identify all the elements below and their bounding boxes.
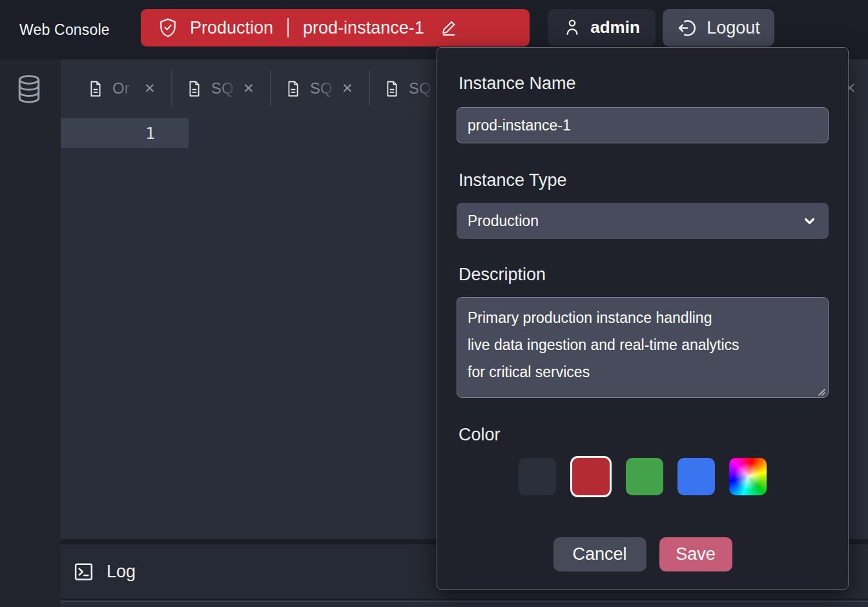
database-icon[interactable]	[16, 74, 43, 107]
instance-type-label: Instance Type	[459, 169, 829, 191]
chevron-down-icon	[802, 214, 817, 229]
color-swatch-rainbow[interactable]	[729, 458, 767, 495]
cancel-button[interactable]: Cancel	[553, 537, 646, 571]
tab-1[interactable]: Or ✕	[74, 59, 172, 118]
file-icon	[385, 80, 399, 98]
editor-active-line-gutter: 1	[61, 118, 189, 148]
terminal-icon	[73, 561, 94, 582]
app-title: Web Console	[19, 0, 110, 59]
instance-name-label: Instance Name	[459, 72, 829, 94]
badge-separator	[287, 18, 289, 37]
description-label: Description	[459, 263, 829, 285]
description-textarea[interactable]: Primary production instance handling liv…	[457, 297, 829, 398]
logout-button[interactable]: Logout	[663, 9, 774, 46]
shield-check-icon	[158, 17, 178, 39]
environment-badge[interactable]: Production prod-instance-1	[141, 9, 530, 46]
instance-name-input[interactable]	[457, 107, 829, 143]
logout-icon	[677, 18, 697, 38]
tab-label: SQ	[409, 79, 439, 98]
sidebar	[0, 59, 61, 607]
log-panel-title: Log	[107, 562, 136, 582]
bottom-status-strip	[61, 601, 868, 607]
user-chip[interactable]: admin	[548, 9, 656, 46]
line-number: 1	[145, 124, 155, 143]
file-icon	[88, 80, 103, 98]
environment-type-label: Production	[190, 18, 273, 38]
dialog-button-row: Cancel Save	[457, 537, 829, 571]
color-swatch-blue[interactable]	[677, 458, 715, 495]
edit-pencil-icon[interactable]	[440, 19, 458, 37]
logout-label: Logout	[707, 18, 760, 38]
color-swatch-default[interactable]	[519, 458, 556, 495]
instance-type-select[interactable]: Production	[457, 203, 829, 239]
color-swatch-green[interactable]	[626, 458, 663, 495]
description-field-wrap: Primary production instance handling liv…	[457, 297, 829, 400]
file-icon	[187, 80, 202, 98]
tab-close-icon[interactable]: ✕	[342, 81, 353, 96]
tab-close-icon[interactable]: ✕	[243, 81, 254, 96]
tab-label: SQ	[310, 79, 340, 98]
color-label: Color	[459, 424, 829, 446]
user-name: admin	[590, 17, 640, 37]
tab-close-icon[interactable]: ✕	[144, 81, 156, 96]
instance-settings-dialog: Instance Name Instance Type Production D…	[437, 47, 849, 590]
instance-name-label: prod-instance-1	[303, 18, 424, 38]
tab-label: SQ	[211, 79, 242, 98]
file-icon	[286, 80, 300, 98]
user-icon	[563, 17, 581, 37]
instance-type-value: Production	[468, 212, 539, 230]
tab-label: Or	[112, 79, 143, 98]
color-swatch-row	[457, 456, 829, 497]
color-swatch-red[interactable]	[570, 456, 612, 497]
save-button[interactable]: Save	[659, 537, 732, 571]
web-console-screen: Web Console Production prod-instance-1	[0, 0, 868, 607]
tab-2[interactable]: SQ ✕	[172, 59, 271, 118]
tab-3[interactable]: SQ ✕	[271, 59, 370, 118]
